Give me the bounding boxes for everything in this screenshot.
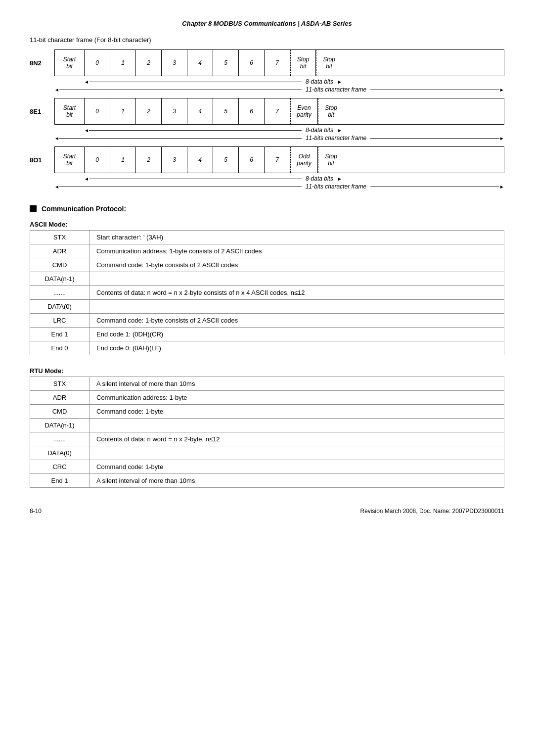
diagram-section: 8N2 Start bit 0 1 2 3 4 5 6 7 Stop bit S… [30,49,504,190]
data-bit-4-8N2: 4 [187,50,213,76]
start-bit-8O1: Start bit [55,147,85,173]
rtu-mode-table: STX A silent interval of more than 10ms … [30,377,504,488]
data-bit-3-8N2: 3 [162,50,187,76]
table-row: ....... Contents of data: n word = n x 2… [30,286,504,300]
data-bit-1-8N2: 1 [110,50,136,76]
frame-diagram-8E1: Start bit 0 1 2 3 4 5 6 7 Even parity St… [54,98,504,142]
bit-cells-8E1: Start bit 0 1 2 3 4 5 6 7 Even parity St… [54,98,504,125]
data-bit-2-8O1: 2 [136,147,162,173]
frame-8N2: 8N2 Start bit 0 1 2 3 4 5 6 7 Stop bit S… [30,49,504,93]
table-row: End 1 A silent interval of more than 10m… [30,474,504,488]
footer-revision: Revision March 2008, Doc. Name: 2007PDD2… [360,508,505,515]
field-dots-rtu: ....... [30,432,89,446]
desc-cmd-rtu: Command code: 1-byte [89,405,504,419]
frame-label-8N2: 8N2 [30,49,54,67]
frame-diagram-8O1: Start bit 0 1 2 3 4 5 6 7 Odd parity Sto… [54,146,504,190]
data-bit-7-8N2: 7 [265,50,290,76]
table-row: DATA(n-1) [30,419,504,432]
stop-bit-8E1: Stop bit [318,98,344,124]
stop-bit2-8N2: Stop bit [316,50,342,76]
table-row: DATA(0) [30,300,504,314]
desc-adr-rtu: Communication address: 1-byte [89,391,504,405]
table-row: CMD Command code: 1-byte [30,405,504,419]
table-row: CMD Command code: 1-byte consists of 2 A… [30,258,504,272]
ascii-mode-title: ASCII Mode: [30,221,504,228]
field-lrc-ascii: LRC [30,314,89,328]
field-end1-ascii: End 1 [30,328,89,341]
desc-end0-ascii: End code 0: (0AH)(LF) [89,341,504,355]
data-bit-3-8O1: 3 [162,147,187,173]
desc-data0-rtu [89,446,504,460]
field-data0-ascii: DATA(0) [30,300,89,314]
table-row: End 0 End code 0: (0AH)(LF) [30,341,504,355]
frame-diagram-8N2: Start bit 0 1 2 3 4 5 6 7 Stop bit Stop … [54,49,504,93]
desc-cmd-ascii: Command code: 1-byte consists of 2 ASCII… [89,258,504,272]
frame-title: 11-bit character frame (For 8-bit charac… [30,36,504,44]
desc-end1-ascii: End code 1: (0DH)(CR) [89,328,504,341]
odd-parity-8O1: Odd parity [290,147,318,173]
table-row: DATA(n-1) [30,272,504,286]
table-row: STX A silent interval of more than 10ms [30,377,504,391]
data-bit-4-8E1: 4 [187,98,213,124]
table-row: ....... Contents of data: n word = n x 2… [30,432,504,446]
frame-label-8O1: 8O1 [30,146,54,164]
page-header: Chapter 8 MODBUS Communications | ASDA-A… [30,20,504,27]
table-row: LRC Command code: 1-byte consists of 2 A… [30,314,504,328]
field-dots-ascii: ....... [30,286,89,300]
desc-adr-ascii: Communication address: 1-byte consists o… [89,244,504,258]
bit-cells-8O1: Start bit 0 1 2 3 4 5 6 7 Odd parity Sto… [54,146,504,173]
desc-datan1-rtu [89,419,504,432]
stop-bit1-8N2: Stop bit [290,50,316,76]
desc-dots-ascii: Contents of data: n word = n x 2-byte co… [89,286,504,300]
data-bit-4-8O1: 4 [187,147,213,173]
data-bit-2-8E1: 2 [136,98,162,124]
data-bit-6-8N2: 6 [239,50,265,76]
data-bit-6-8E1: 6 [239,98,265,124]
arrows-8O1: ◄ 8-data bits ► ◄ 11-bits character fram… [54,173,504,190]
data-bit-7-8E1: 7 [265,98,290,124]
comm-protocol-section: Communication Protocol: [30,205,504,213]
data-bit-1-8E1: 1 [110,98,136,124]
field-adr-ascii: ADR [30,244,89,258]
ascii-mode-table: STX Start character': ' (3AH) ADR Commun… [30,230,504,355]
frame-label-8E1: 8E1 [30,98,54,115]
desc-stx-ascii: Start character': ' (3AH) [89,231,504,244]
field-cmd-rtu: CMD [30,405,89,419]
desc-data0-ascii [89,300,504,314]
table-row: DATA(0) [30,446,504,460]
data-bit-3-8E1: 3 [162,98,187,124]
data-bit-2-8N2: 2 [136,50,162,76]
field-cmd-ascii: CMD [30,258,89,272]
field-adr-rtu: ADR [30,391,89,405]
field-end1-rtu: End 1 [30,474,89,488]
footer-page-number: 8-10 [30,508,42,515]
start-bit-8N2: Start bit [55,50,85,76]
arrows-8N2: ◄ 8-data bits ► ◄ 11-bits character fram… [54,76,504,93]
desc-lrc-ascii: Command code: 1-byte consists of 2 ASCII… [89,314,504,328]
desc-datan1-ascii [89,272,504,286]
data-bit-5-8N2: 5 [213,50,239,76]
frame-8O1: 8O1 Start bit 0 1 2 3 4 5 6 7 Odd parity… [30,146,504,190]
data-bit-5-8O1: 5 [213,147,239,173]
field-crc-rtu: CRC [30,460,89,474]
bullet-icon [30,205,37,212]
table-row: CRC Command code: 1-byte [30,460,504,474]
table-row: ADR Communication address: 1-byte consis… [30,244,504,258]
data-bit-1-8O1: 1 [110,147,136,173]
stop-bit-8O1: Stop bit [318,147,344,173]
frame-8E1: 8E1 Start bit 0 1 2 3 4 5 6 7 Even parit… [30,98,504,142]
desc-dots-rtu: Contents of data: n word = n x 2-byte, n… [89,432,504,446]
field-stx-ascii: STX [30,231,89,244]
field-end0-ascii: End 0 [30,341,89,355]
field-datan1-ascii: DATA(n-1) [30,272,89,286]
page-footer: 8-10 Revision March 2008, Doc. Name: 200… [30,508,504,515]
data-bit-7-8O1: 7 [265,147,290,173]
comm-protocol-label: Communication Protocol: [42,205,126,213]
data-bit-0-8E1: 0 [85,98,110,124]
arrows-8E1: ◄ 8-data bits ► ◄ 11-bits character fram… [54,125,504,142]
data-bit-0-8O1: 0 [85,147,110,173]
even-parity-8E1: Even parity [290,98,318,124]
field-data0-rtu: DATA(0) [30,446,89,460]
data-bit-6-8O1: 6 [239,147,265,173]
field-stx-rtu: STX [30,377,89,391]
